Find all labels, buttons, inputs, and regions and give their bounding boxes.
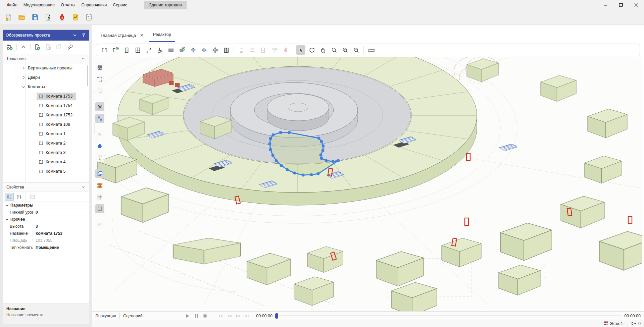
property-value[interactable]: Помещение: [33, 245, 89, 250]
tree-scrollbar[interactable]: [87, 65, 88, 86]
floor-selector[interactable]: Этаж 1: [604, 321, 623, 326]
timeline[interactable]: [275, 313, 622, 319]
tab-home[interactable]: Главная страница ✕: [97, 30, 148, 42]
tree-item-room-1752[interactable]: Комната 1752: [3, 110, 89, 120]
fire-source-tool-button[interactable]: [281, 45, 290, 55]
new-project-button[interactable]: [3, 12, 13, 22]
tree-item-room-3[interactable]: Комната 3: [3, 148, 89, 157]
active-document-button[interactable]: Здание торговли: [144, 1, 186, 9]
pause-button[interactable]: [192, 313, 201, 319]
text-tool-button[interactable]: [95, 153, 104, 162]
tree-item-rooms[interactable]: Комнаты: [3, 82, 89, 92]
menu-service[interactable]: Сервис: [110, 1, 130, 9]
tree-item-room-1754[interactable]: Комната 1754: [3, 101, 89, 110]
door-tool-button[interactable]: [122, 45, 131, 55]
close-button[interactable]: [629, 0, 644, 10]
stop-button[interactable]: [201, 313, 209, 319]
copy-item-button[interactable]: [54, 42, 63, 52]
canvas-viewport[interactable]: [93, 57, 642, 311]
checklist-button[interactable]: [84, 12, 94, 22]
person-tool-button[interactable]: [237, 45, 246, 55]
smoke-detector-tool-button[interactable]: [270, 45, 279, 55]
properties-section-header[interactable]: Свойства: [3, 182, 89, 192]
elevator-tool-button[interactable]: [221, 45, 231, 55]
zoom-in-button[interactable]: [340, 45, 350, 55]
pin-icon[interactable]: [81, 33, 86, 38]
tree-item-room-1753[interactable]: Комната 1753: [3, 92, 89, 101]
fan-tool-button[interactable]: [210, 45, 220, 55]
pan-tool-button[interactable]: [318, 45, 328, 55]
accessibility-tool-button[interactable]: [155, 45, 164, 55]
tab-editor[interactable]: Редактор: [149, 30, 175, 42]
grid-tool-button[interactable]: [95, 193, 104, 202]
people-counter[interactable]: 0: [631, 321, 641, 326]
clone-tool-button[interactable]: [95, 169, 104, 178]
bricks-tool-button[interactable]: [95, 181, 104, 190]
timeline-handle[interactable]: [275, 313, 278, 319]
menu-modeling[interactable]: Моделирование: [20, 1, 58, 9]
add-zone-tool-button[interactable]: [177, 45, 187, 55]
tab-close-icon[interactable]: ✕: [140, 33, 144, 38]
tree-item-room-4[interactable]: Комната 4: [3, 157, 89, 167]
measure-point-button[interactable]: [95, 220, 104, 229]
report-button[interactable]: [70, 12, 81, 22]
property-value[interactable]: 3: [33, 224, 89, 229]
property-row-lower-level[interactable]: Нижний уровень 0: [3, 209, 89, 216]
menu-reports[interactable]: Отчеты: [58, 1, 78, 9]
zone-tool-button[interactable]: [166, 45, 176, 55]
skip-start-button[interactable]: [216, 313, 225, 319]
property-value[interactable]: 0: [33, 210, 89, 215]
property-row-height[interactable]: Высота 3: [3, 223, 89, 230]
tree-item-doors[interactable]: Двери: [3, 73, 89, 82]
topology-add-button[interactable]: [5, 42, 14, 52]
level-split-tool-button[interactable]: [188, 45, 198, 55]
property-row-room-type[interactable]: Тип комнаты Помещение: [3, 244, 89, 251]
menu-file[interactable]: Файл: [4, 1, 20, 9]
categorized-view-button[interactable]: [5, 193, 14, 201]
rotate-tool-button[interactable]: [307, 45, 316, 55]
region-tool-button[interactable]: [95, 204, 104, 213]
zoom-tool-button[interactable]: [329, 45, 339, 55]
property-group-parameters[interactable]: Параметры: [3, 202, 89, 209]
align-walls-tool-button[interactable]: [199, 45, 209, 55]
property-pages-button[interactable]: [28, 193, 37, 201]
hatch-display-button[interactable]: [95, 114, 104, 123]
add-room-tool-button[interactable]: [111, 45, 120, 55]
fast-forward-button[interactable]: [234, 313, 243, 319]
alphabetical-sort-button[interactable]: AZ: [15, 193, 24, 201]
tree-item-room-2[interactable]: Комната 2: [3, 139, 89, 148]
collapse-panel-icon[interactable]: [72, 33, 78, 38]
select-cursor-tool-button[interactable]: [296, 45, 305, 55]
marker-button[interactable]: [95, 142, 104, 151]
selection-frame-button[interactable]: [95, 75, 104, 84]
tree-item-room-1[interactable]: Комната 1: [3, 129, 89, 139]
tree-item-room-108[interactable]: Комната 108: [3, 120, 89, 129]
rewind-button[interactable]: [225, 313, 234, 319]
settings-wrench-button[interactable]: [65, 42, 74, 52]
evacuation-exit-button[interactable]: [44, 12, 54, 22]
people-group-tool-button[interactable]: [248, 45, 257, 55]
room-display-button[interactable]: [95, 102, 104, 111]
property-row-area[interactable]: Площадь 101.7055: [3, 237, 89, 244]
evacuation-mode-label[interactable]: Эвакуация: [95, 314, 116, 318]
add-item-button[interactable]: [33, 42, 42, 52]
remove-item-button[interactable]: [43, 42, 53, 52]
skip-end-button[interactable]: [243, 313, 251, 319]
property-value[interactable]: Комната 1753: [33, 231, 89, 236]
topology-section-header[interactable]: Топология: [3, 54, 89, 63]
tree-item-room-5[interactable]: Комната 5: [3, 167, 89, 176]
exit-door-tool-button[interactable]: [259, 45, 268, 55]
menu-references[interactable]: Справочники: [78, 1, 110, 9]
fire-button[interactable]: [57, 12, 67, 22]
pointer-button[interactable]: [95, 130, 104, 139]
open-project-button[interactable]: [17, 12, 27, 22]
save-button[interactable]: [30, 12, 40, 22]
background-image-button[interactable]: [95, 63, 104, 72]
tree-item-vertical-openings[interactable]: Вертикальные проемы: [3, 63, 89, 73]
maximize-button[interactable]: [613, 0, 629, 10]
collapse-all-button[interactable]: [19, 42, 28, 52]
property-row-name[interactable]: Название Комната 1753: [3, 230, 89, 237]
ruler-tool-button[interactable]: [366, 45, 376, 55]
stairs-tool-button[interactable]: [144, 45, 153, 55]
canvas-3d-view[interactable]: [93, 57, 642, 311]
